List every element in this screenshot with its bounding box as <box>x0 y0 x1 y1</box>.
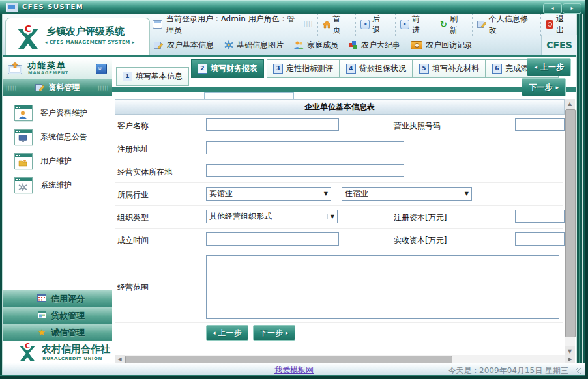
wizard-tab-strip: 1 填写基本信息 2 填写财务报表 3 定性指标测评 4 贷款担保状况 5 <box>112 57 576 87</box>
pencil-window-icon <box>35 83 45 92</box>
quick-toolbar: 农户基本信息 基础信息图片 家庭成员 农户大纪事 <box>154 36 538 54</box>
nav-forward[interactable]: ▸ 前进 <box>395 14 431 36</box>
tab-step-5-supplementary-material[interactable]: 5 填写补充材料 <box>413 59 486 78</box>
chart-window-icon <box>37 311 47 320</box>
nav-refresh[interactable]: ↻ 刷新 <box>435 14 468 36</box>
toolbar-item-farmer-info[interactable]: 农户基本信息 <box>154 40 214 51</box>
dropdown-arrow-icon: ▼ <box>462 191 471 197</box>
form-next-button[interactable]: 下一步▸ <box>253 325 295 341</box>
resize-grip-icon <box>576 368 581 374</box>
header: C 乡镇农户评级系统 ◂ CFES MANAGEMENT SYSTEM ▸ 当前… <box>3 14 576 57</box>
nav-home[interactable]: 首页 <box>317 14 352 36</box>
label-paid-capital: 实收资本[万元] <box>394 235 447 246</box>
window-bottom-border <box>0 375 588 379</box>
sidebar-section-integrity-management[interactable]: ★ 诚信管理 <box>3 324 112 341</box>
menu-collapse-button[interactable]: » <box>96 64 107 74</box>
vertical-scroll-thumb[interactable] <box>565 109 576 337</box>
vertical-scrollbar[interactable]: ▲ ▼ <box>565 99 575 356</box>
window-title: CFES SUSTEM <box>22 3 83 10</box>
label-business-scope: 经营范围 <box>117 282 149 293</box>
left-arrow-icon: ◂ <box>213 330 216 336</box>
sidebar-section-data-management[interactable]: ||||| 资料管理 ||||| <box>3 79 112 96</box>
window-forward-button[interactable]: ▸ <box>563 3 581 14</box>
nav-back[interactable]: ◂ 后退 <box>355 14 391 36</box>
entity-location-input[interactable] <box>206 164 404 177</box>
scroll-up-arrow[interactable]: ▲ <box>565 99 575 109</box>
label-reg-address: 注册地址 <box>117 144 149 155</box>
gear-icon <box>224 40 233 49</box>
brand-subtitle: ◂ CFES MANAGEMENT SYSTEM ▸ <box>45 40 135 45</box>
sidebar-menu-header: 功能菜单 MANAGEMENT » <box>3 58 112 79</box>
sidebar-item-customer-data[interactable]: 客户资料维护 <box>3 101 112 125</box>
back-icon: ◂ <box>360 20 370 29</box>
main-area: 功能菜单 MANAGEMENT » ||||| 资料管理 ||||| 客户资料维… <box>3 55 576 363</box>
reg-address-input[interactable] <box>206 141 404 154</box>
form-edit-icon <box>154 41 164 49</box>
wizard-next-button[interactable]: 下一步▸ <box>522 78 566 96</box>
rural-credit-union-subtitle: RURALCREDIT UNION <box>42 356 102 361</box>
enterprise-form-panel: 企业单位基本信息表 客户名称 营业执照号码 注册地址 经营实体所在地 所属行业 <box>115 93 565 347</box>
business-scope-textarea[interactable] <box>206 255 559 319</box>
people-icon <box>294 41 304 49</box>
window-back-button[interactable]: ◂ <box>543 3 562 14</box>
wizard-prev-button[interactable]: ◂上一步 <box>527 58 571 76</box>
toolbar-item-return-visit-log[interactable]: 农户回访记录 <box>411 40 473 51</box>
label-entity-location: 经营实体所在地 <box>117 167 172 178</box>
label-customer-name: 客户名称 <box>117 120 149 132</box>
label-industry: 所属行业 <box>117 190 149 201</box>
nav-logout[interactable]: 退出 <box>540 14 575 36</box>
section-label: 资料管理 <box>49 82 80 93</box>
credit-union-emblem-icon: C <box>14 22 42 52</box>
industry-sub-select[interactable]: 住宿业▼ <box>342 187 472 201</box>
label-reg-capital: 注册资本[万元] <box>394 212 447 223</box>
svg-text:C: C <box>25 23 31 34</box>
founded-input[interactable] <box>206 232 339 246</box>
label-license-no: 营业执照号码 <box>394 120 441 132</box>
license-no-input[interactable] <box>515 118 565 131</box>
content-area: 1 填写基本信息 2 填写财务报表 3 定性指标测评 4 贷款担保状况 5 <box>112 55 576 364</box>
forward-icon: ▸ <box>400 20 409 29</box>
sidebar-section-credit-score[interactable]: 信用评分 <box>3 290 112 307</box>
step-number-badge: 6 <box>492 64 502 74</box>
sidebar-item-user-maintenance[interactable]: 用户维护 <box>3 149 112 173</box>
sidebar-section-loan-management[interactable]: 贷款管理 <box>3 307 112 324</box>
status-bar: 我爱模板网 今天是 : 2009年04月15日 星期三 <box>3 363 585 376</box>
cfes-corner-label: CFES <box>541 35 577 55</box>
tab-step-1-basic-info[interactable]: 1 填写基本信息 <box>116 67 189 86</box>
user-bar: 当前登录用户 : Admin 用户角色 : 管理员 |||| 首页 ◂ 后退 ▸… <box>153 16 575 33</box>
camera-icon <box>411 41 422 49</box>
cubes-icon <box>349 41 358 49</box>
tab-step-2-financial-report[interactable]: 2 填写财务报表 <box>191 59 264 78</box>
label-org-type: 组织类型 <box>117 212 149 223</box>
reg-capital-input[interactable] <box>515 210 565 223</box>
nav-profile-edit[interactable]: 个人信息修改 <box>472 14 537 36</box>
separator-band <box>112 87 576 92</box>
sidebar-item-system-notice[interactable]: 系统信息公告 <box>3 125 112 149</box>
right-arrow-icon: ▸ <box>555 84 559 91</box>
toolbar-item-family-members[interactable]: 家庭成员 <box>294 40 338 51</box>
tab-step-3-qualitative-evaluation[interactable]: 3 定性指标测评 <box>267 59 340 78</box>
tick-marks: ||||| <box>6 85 17 91</box>
logo-panel: C 乡镇农户评级系统 ◂ CFES MANAGEMENT SYSTEM ▸ <box>5 18 150 55</box>
toolbar-item-base-pictures[interactable]: 基础信息图片 <box>224 40 284 51</box>
industry-main-select[interactable]: 宾馆业▼ <box>206 187 331 201</box>
step-number-badge: 2 <box>198 64 207 74</box>
customer-name-input[interactable] <box>206 118 339 131</box>
org-type-select[interactable]: 其他经营组织形式▼ <box>206 210 338 223</box>
logout-icon <box>546 20 553 29</box>
left-arrow-icon: ◂ <box>534 64 537 70</box>
menu-subtitle: MANAGEMENT <box>28 70 69 76</box>
paid-capital-input[interactable] <box>515 232 565 246</box>
folder-window-icon <box>14 153 33 169</box>
label-founded: 成立时间 <box>117 235 149 246</box>
right-arrow-icon: ▸ <box>286 330 289 336</box>
gear-window-icon <box>14 177 33 193</box>
window-small-icon <box>153 20 162 29</box>
tab-step-4-loan-guarantee[interactable]: 4 贷款担保状况 <box>340 59 413 78</box>
brand-title: 乡镇农户评级系统 <box>46 25 125 38</box>
step-number-badge: 4 <box>346 64 356 74</box>
form-prev-button[interactable]: ◂上一步 <box>206 325 248 341</box>
sidebar-item-system-maintenance[interactable]: 系统维护 <box>3 173 112 197</box>
toolbar-item-farmer-chronicle[interactable]: 农户大纪事 <box>349 40 400 51</box>
template-site-link[interactable]: 我爱模板网 <box>274 365 314 376</box>
